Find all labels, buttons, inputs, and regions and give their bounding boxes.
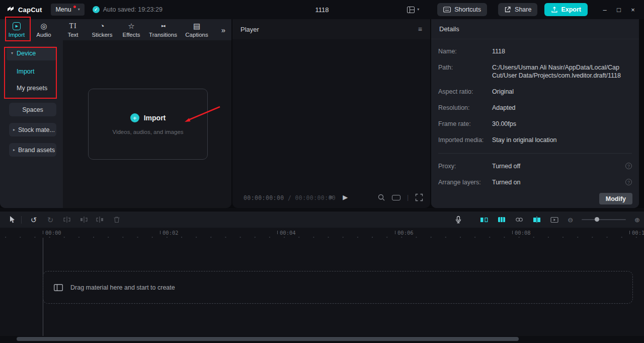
playback-controls: ≡ ▶ (329, 193, 348, 201)
detail-label: Imported media: (438, 136, 492, 144)
media-content-area: + Import Videos, audios, and images (63, 40, 231, 208)
timeline-toolbar: ▾ ↺ ↻ (0, 212, 644, 228)
detail-value: Turned on (492, 178, 622, 186)
split-button[interactable] (62, 215, 71, 224)
detail-value: Stay in original location (492, 136, 622, 144)
export-icon (551, 6, 558, 13)
chevron-down-icon: ▾ (417, 8, 419, 12)
timeline-tracks[interactable]: Drag material here and start to create (0, 238, 644, 336)
link-button[interactable] (515, 215, 524, 224)
audio-icon: ◎ (40, 22, 47, 30)
autosave-status: ✓ Auto saved: 19:23:29 (93, 6, 163, 13)
sidebar-item-stock-materials[interactable]: ▸ Stock mate... (9, 123, 56, 136)
menu-button[interactable]: Menu ▾ (51, 4, 84, 16)
timeline-tools-left: ▾ ↺ ↻ (7, 212, 129, 228)
info-icon[interactable]: ? (625, 163, 632, 169)
sidebar-item-brand-assets[interactable]: ▸ Brand assets (9, 143, 56, 157)
detail-label: Name: (438, 47, 492, 55)
undo-button[interactable]: ↺ (29, 215, 38, 224)
import-dropzone[interactable]: + Import Videos, audios, and images (88, 89, 208, 160)
capcut-logo: CapCut (7, 6, 42, 14)
details-panel: Details Name: 1118 Path: C:/Users/Usman … (431, 19, 639, 208)
divider: | (407, 194, 409, 201)
tab-import[interactable]: ▶ Import (4, 19, 29, 40)
media-panel: ▶ Import ◎ Audio TI Text ◔ Stickers ☆ Ef… (0, 19, 231, 208)
aspect-ratio-button[interactable] (392, 195, 400, 200)
sidebar-item-device[interactable]: ▾ Device (7, 46, 56, 60)
sidebar-item-my-presets[interactable]: My presets (0, 85, 47, 92)
delete-left-button[interactable] (79, 215, 88, 224)
tab-audio[interactable]: ◎ Audio (29, 19, 58, 40)
timeline-zoom-slider[interactable] (582, 219, 626, 220)
timeline-ruler[interactable]: 00:00 00:02 00:04 00:06 00:08 00:10 (0, 228, 644, 238)
delete-right-icon (96, 216, 104, 224)
export-button[interactable]: Export (544, 3, 588, 16)
preview-quality-button[interactable] (550, 215, 559, 224)
app-name: CapCut (18, 6, 42, 14)
workspace-layout-button[interactable]: ▾ (407, 7, 419, 13)
select-tool-dropdown[interactable]: ▾ (12, 216, 14, 224)
maximize-button[interactable]: □ (612, 3, 626, 17)
mirror-button[interactable] (479, 215, 489, 224)
titlebar: CapCut Menu ▾ ✓ Auto saved: 19:23:29 111… (0, 0, 644, 19)
tab-transitions[interactable]: ▸◂ Transitions (146, 19, 180, 40)
tab-captions[interactable]: ▤ Captions (180, 19, 213, 40)
tab-label: Captions (185, 32, 208, 38)
auto-split-button[interactable] (532, 215, 541, 224)
tab-effects[interactable]: ☆ Effects (117, 19, 146, 40)
tab-text[interactable]: TI Text (58, 19, 88, 40)
effects-icon: ☆ (128, 22, 134, 30)
ruler-subdivision-dots (0, 228, 644, 238)
dropzone-hint: Drag material here and start to create (70, 284, 175, 291)
sidebar-item-import[interactable]: Import (0, 68, 34, 75)
triangle-right-icon: ▸ (13, 128, 15, 132)
modify-button[interactable]: Modify (599, 193, 632, 204)
delete-button[interactable] (112, 215, 121, 224)
timeline-dropzone[interactable]: Drag material here and start to create (43, 271, 633, 304)
spaces-label: Spaces (22, 106, 43, 113)
ruler-tick: 00:10 (629, 230, 644, 236)
zoom-fit-button[interactable] (377, 193, 385, 201)
zoom-in-icon[interactable]: ⊕ (634, 216, 640, 224)
tab-label: Stickers (92, 32, 113, 38)
close-button[interactable]: × (626, 3, 640, 17)
zoom-out-icon[interactable]: ⊖ (568, 216, 573, 224)
divider (438, 153, 632, 154)
trash-icon (113, 216, 121, 224)
magnifier-icon (377, 193, 385, 201)
record-voiceover-button[interactable] (454, 215, 463, 224)
player-panel: Player ≡ 00:00:00:00 / 00:00:00:00 ≡ ▶ (232, 19, 430, 208)
info-icon[interactable]: ? (625, 179, 632, 185)
expand-tabs-button[interactable]: » (215, 26, 231, 34)
track-list-icon[interactable]: ≡ (329, 193, 333, 201)
timeline-tools-right: ⊖ ⊕ (454, 212, 640, 228)
scrollbar-thumb[interactable] (17, 337, 519, 341)
tab-stickers[interactable]: ◔ Stickers (88, 19, 117, 40)
minimize-button[interactable]: – (598, 3, 612, 17)
delete-right-button[interactable] (96, 215, 105, 224)
media-panel-body: ▾ Device Import My presets Spaces ▸ Stoc… (0, 40, 231, 208)
microphone-icon (454, 216, 462, 224)
slider-handle[interactable] (595, 217, 599, 222)
player-menu-icon[interactable]: ≡ (418, 25, 422, 33)
fullscreen-icon (415, 193, 423, 201)
share-button[interactable]: Share (498, 3, 537, 16)
detail-row-aspect-ratio: Aspect ratio: Original (438, 88, 632, 96)
redo-button[interactable]: ↻ (46, 215, 55, 224)
shortcuts-button[interactable]: Shortcuts (437, 3, 487, 16)
play-button[interactable]: ▶ (343, 193, 348, 201)
detail-value: 1118 (492, 47, 622, 55)
ruler-tick: 00:06 (395, 230, 414, 236)
split-cells-icon (533, 216, 541, 224)
timecode-current: 00:00:00:00 (244, 194, 284, 201)
player-title: Player (240, 26, 259, 33)
device-label: Device (17, 50, 36, 57)
timeline-scrollbar[interactable] (0, 337, 644, 341)
share-label: Share (515, 6, 531, 13)
freeze-frame-button[interactable] (497, 215, 506, 224)
plus-icon: + (130, 113, 139, 122)
sidebar-item-spaces[interactable]: Spaces (9, 103, 56, 116)
detail-label: Path: (438, 63, 492, 80)
fullscreen-button[interactable] (415, 193, 423, 201)
project-title: 1118 (315, 6, 329, 14)
